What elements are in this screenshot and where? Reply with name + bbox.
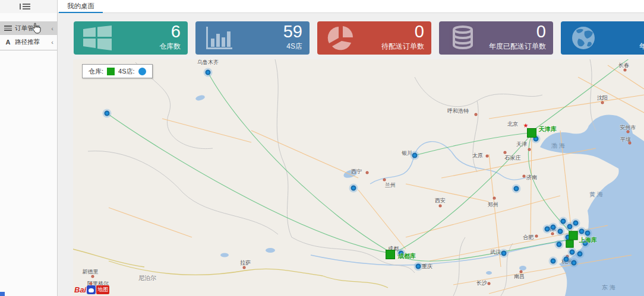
store-marker-4s[interactable] <box>351 186 356 191</box>
city-marker-dot <box>493 197 496 200</box>
sidebar-item-route-recommend[interactable]: A 路径推荐 ‹ <box>0 35 57 49</box>
store-marker-4s[interactable] <box>579 229 585 234</box>
map-city-label: 太原 <box>472 152 483 160</box>
store-marker-4s[interactable] <box>557 242 562 247</box>
globe-icon <box>570 26 599 50</box>
sidebar-toggle-icon[interactable] <box>20 2 30 10</box>
chevron-left-icon: ‹ <box>51 39 53 46</box>
card-value: 6 <box>171 22 181 42</box>
delivery-route <box>208 72 390 252</box>
store-marker-4s[interactable] <box>558 229 563 234</box>
map-city-label: 长春 <box>618 62 629 69</box>
sidebar-item-order-management[interactable]: 订单管理 ‹ <box>0 21 57 35</box>
baidu-logo-text: Bai <box>74 285 86 294</box>
store-marker-4s[interactable] <box>564 257 569 262</box>
store-marker-4s[interactable] <box>572 260 577 266</box>
card-value: 0 <box>536 22 546 42</box>
store-marker-4s[interactable] <box>514 186 519 192</box>
store-marker-4s[interactable] <box>501 251 507 256</box>
city-marker-dot <box>601 101 604 104</box>
city-marker-dot <box>488 282 491 285</box>
store-marker-4s[interactable] <box>545 227 550 232</box>
card-warehouse-count[interactable]: 6 仓库数 <box>74 21 188 55</box>
sidebar-divider <box>0 50 57 50</box>
store-marker-4s[interactable] <box>551 259 556 264</box>
stat-cards-row: 6 仓库数 59 4S店 0 待配送订单 <box>58 21 644 55</box>
map-city-label: 天津 <box>516 141 527 148</box>
map-city-label: 西安 <box>435 197 446 205</box>
delivery-route <box>397 239 572 261</box>
card-label: 年度已配 <box>639 42 644 52</box>
city-marker-dot <box>439 205 442 208</box>
card-annual-delivered-orders[interactable]: 0 年度已配送订单数 <box>439 21 553 55</box>
map-city-label: 石家庄 <box>505 154 521 162</box>
sidebar: 订单管理 ‹ A 路径推荐 ‹ <box>0 0 58 296</box>
city-marker-dot <box>383 179 386 182</box>
baidu-map-text: 地图 <box>96 285 109 294</box>
baidu-map[interactable]: 乌鲁木齐呼和浩特北京★天津沈阳长春安州市平壤银川太原石家庄济南西宁兰州西安郑州南… <box>73 59 644 296</box>
map-city-label: 兰州 <box>385 182 396 189</box>
store-marker-4s[interactable] <box>585 231 591 236</box>
city-marker-dot <box>551 233 554 235</box>
chevron-left-icon: ‹ <box>51 25 53 32</box>
city-marker-dot <box>366 171 369 174</box>
store-marker-4s[interactable] <box>570 250 575 255</box>
city-marker-dot <box>475 113 478 116</box>
delivery-route <box>533 59 637 131</box>
card-label: 待配送订单数 <box>381 42 424 52</box>
card-pending-orders[interactable]: 0 待配送订单数 <box>317 21 431 55</box>
bar-chart-icon <box>205 26 233 50</box>
store-marker-4s[interactable] <box>416 264 421 269</box>
font-a-icon: A <box>4 39 12 46</box>
map-city-label: 郑州 <box>488 201 498 209</box>
warehouse-marker[interactable] <box>569 231 578 240</box>
legend-warehouse-swatch <box>107 68 115 75</box>
map-legend: 仓库: 4S店: <box>82 64 153 78</box>
store-marker-4s[interactable] <box>561 219 566 224</box>
city-marker-dot <box>243 266 246 269</box>
delivery-route <box>107 113 390 253</box>
tab-my-desktop[interactable]: 我的桌面 <box>59 0 103 13</box>
city-marker-dot <box>528 148 531 151</box>
corner-artifact <box>0 292 5 296</box>
pie-chart-icon <box>327 26 355 50</box>
sidebar-menu: 订单管理 ‹ A 路径推荐 ‹ <box>0 21 57 50</box>
store-marker-4s[interactable] <box>573 221 579 226</box>
store-marker-4s[interactable] <box>567 224 573 230</box>
warehouse-label: 上海库 <box>579 236 597 244</box>
map-city-label: 北京 <box>507 120 518 128</box>
map-city-label: 重庆 <box>422 263 433 270</box>
list-icon <box>4 24 12 32</box>
map-city-label: 长沙 <box>476 279 487 287</box>
city-marker-dot <box>90 282 93 285</box>
city-marker-dot <box>629 142 632 145</box>
city-marker-dot <box>520 270 523 273</box>
store-marker-4s[interactable] <box>206 70 211 75</box>
store-marker-4s[interactable] <box>577 252 583 257</box>
warehouse-label: 成都库 <box>398 252 416 260</box>
store-marker-4s[interactable] <box>412 153 418 158</box>
legend-store-swatch <box>138 68 146 75</box>
card-annual-extra[interactable]: 年度已配 <box>561 21 644 55</box>
map-city-label: 呼和浩特 <box>447 107 469 115</box>
warehouse-marker[interactable] <box>566 240 574 248</box>
baidu-logo[interactable]: Bai 地图 <box>74 285 109 294</box>
city-marker-dot <box>627 131 630 133</box>
map-city-label: 南昌 <box>514 273 525 281</box>
map-city-label: 银川 <box>402 149 412 157</box>
map-city-label: 济南 <box>526 174 537 182</box>
map-city-label: 新德里 <box>83 268 99 276</box>
windows-icon <box>83 26 112 50</box>
store-marker-4s[interactable] <box>105 111 110 116</box>
database-icon <box>449 26 477 50</box>
card-label: 仓库数 <box>159 42 181 52</box>
card-4s-store-count[interactable]: 59 4S店 <box>195 21 310 55</box>
city-marker-dot <box>624 69 627 72</box>
warehouse-marker[interactable] <box>527 128 536 138</box>
city-marker-dot <box>486 155 489 158</box>
map-city-label: 尼泊尔 <box>138 274 156 282</box>
capital-star-icon: ★ <box>523 122 529 129</box>
map-city-label: 武汉 <box>490 249 501 256</box>
warehouse-marker[interactable] <box>386 250 395 259</box>
store-marker-4s[interactable] <box>551 225 556 230</box>
